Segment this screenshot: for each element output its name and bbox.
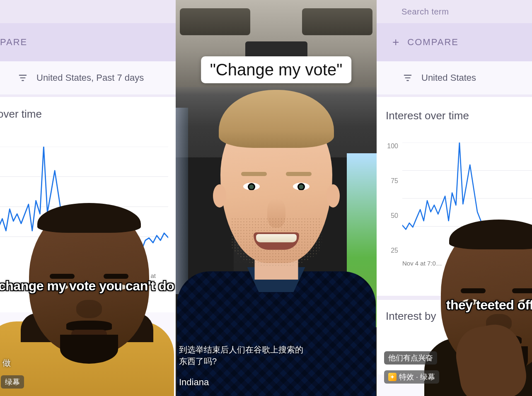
sun-visor-left (180, 8, 250, 35)
filter-row[interactable]: United States (377, 61, 532, 94)
person-left (0, 205, 176, 396)
section-title: Interest over time (386, 109, 529, 122)
center-panel: "Change my vote" 到选举结束后人们在谷歌上搜索的 东西了吗? I… (176, 0, 377, 396)
compare-label: COMPARE (407, 37, 459, 48)
compare-row[interactable]: + COMPARE (377, 23, 532, 61)
filter-text: United States (421, 72, 476, 83)
compare-label: PARE (0, 37, 27, 48)
cn-sub-left: 做 (2, 357, 11, 369)
tag-text: 绿幕 (5, 377, 20, 387)
tag-text: 特效 · 绿幕 (399, 372, 435, 382)
location-label: Indiana (179, 377, 209, 388)
caption-right: they teeted off (446, 297, 532, 313)
search-term-row: Term (0, 0, 176, 23)
sparkle-icon: ✦ (388, 373, 397, 381)
cn-sub-text: 他们有点兴奋 (388, 353, 433, 363)
effect-tag-right[interactable]: ✦ 特效 · 绿幕 (384, 370, 439, 384)
filter-icon (403, 73, 412, 82)
cn-sub-center-1: 到选举结束后人们在谷歌上搜索的 (179, 344, 303, 355)
filter-icon (18, 73, 27, 82)
search-term-row[interactable]: Search term (377, 0, 532, 23)
cn-sub-center-2: 东西了吗? (179, 356, 217, 367)
left-panel: Term PARE United States, Past 7 days ove… (0, 0, 176, 396)
compare-row[interactable]: PARE (0, 23, 176, 61)
person-center (193, 93, 359, 358)
section-title: over time (0, 108, 172, 121)
filter-text: United States, Past 7 days (36, 72, 144, 83)
right-panel: Search term + COMPARE United States Inte… (377, 0, 532, 396)
y-axis: 100755025 (384, 142, 398, 254)
filter-row[interactable]: United States, Past 7 days (0, 61, 176, 94)
cn-sub-right: 他们有点兴奋 (384, 351, 437, 365)
overlay-bubble: "Change my vote" (201, 56, 352, 83)
side-window-left (176, 108, 188, 294)
sun-visor-right (302, 8, 372, 35)
search-term-placeholder: Search term (401, 7, 449, 17)
caption-left: change my vote you can't do (0, 278, 174, 294)
effect-tag-left[interactable]: 绿幕 (1, 375, 24, 389)
plus-icon: + (392, 36, 400, 49)
